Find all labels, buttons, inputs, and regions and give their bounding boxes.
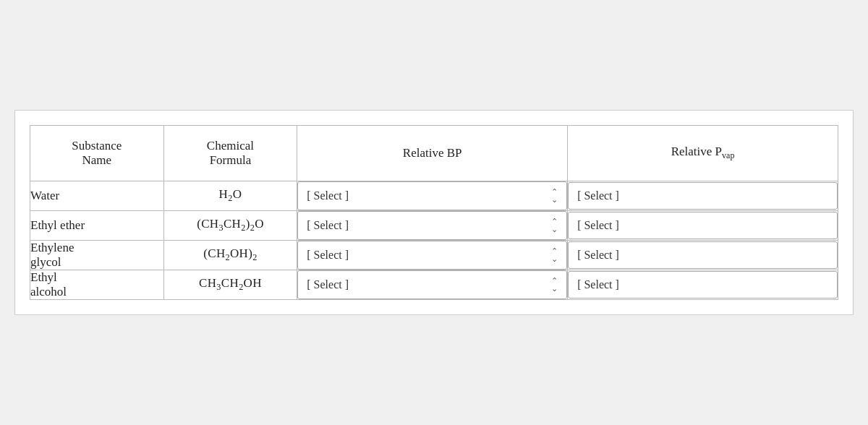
select-bp-ethyl-alcohol[interactable]: [ Select ] ⌃ ⌄ xyxy=(297,270,567,299)
table-row: Ethyl ether (CH3CH2)2O [ Select ] ⌃ ⌄ xyxy=(30,211,838,241)
select-pvap-ethyl-alcohol[interactable]: [ Select ] xyxy=(568,271,838,299)
substance-water: Water xyxy=(30,181,164,211)
select-arrow-icon: ⌃ ⌄ xyxy=(551,218,558,233)
cell-bp-ethylene-glycol: [ Select ] ⌃ ⌄ xyxy=(297,241,568,270)
header-substance: SubstanceName xyxy=(30,126,164,181)
substance-ethyl-ether: Ethyl ether xyxy=(30,211,164,241)
select-bp-ethyl-ether[interactable]: [ Select ] ⌃ ⌄ xyxy=(297,211,567,240)
substance-ethylene-glycol: Ethyleneglycol xyxy=(30,241,164,270)
header-bp: Relative BP xyxy=(297,126,568,181)
select-arrow-icon: ⌃ ⌄ xyxy=(551,247,558,263)
cell-pvap-water: [ Select ] xyxy=(568,181,838,211)
select-pvap-water[interactable]: [ Select ] xyxy=(568,182,838,210)
table-row: Ethyleneglycol (CH2OH)2 [ Select ] ⌃ ⌄ xyxy=(30,241,838,270)
formula-ethyl-alcohol: CH3CH2OH xyxy=(163,270,297,300)
select-arrow-icon: ⌃ ⌄ xyxy=(551,277,558,293)
page-wrapper: SubstanceName ChemicalFormula Relative B… xyxy=(14,110,854,315)
select-arrow-icon: ⌃ ⌄ xyxy=(551,188,558,204)
table-row: Water H2O [ Select ] ⌃ ⌄ xyxy=(30,181,838,211)
table-row: Ethylalcohol CH3CH2OH [ Select ] ⌃ ⌄ xyxy=(30,270,838,300)
cell-pvap-ethyl-ether: [ Select ] xyxy=(568,211,838,241)
select-bp-ethylene-glycol[interactable]: [ Select ] ⌃ ⌄ xyxy=(297,241,567,270)
formula-ethyl-ether: (CH3CH2)2O xyxy=(163,211,297,241)
formula-ethylene-glycol: (CH2OH)2 xyxy=(163,241,297,270)
pvap-subscript: vap xyxy=(722,151,734,161)
header-formula: ChemicalFormula xyxy=(163,126,297,181)
header-pvap: Relative Pvap xyxy=(568,126,838,181)
formula-water: H2O xyxy=(163,181,297,211)
cell-bp-water: [ Select ] ⌃ ⌄ xyxy=(297,181,568,211)
cell-bp-ethyl-ether: [ Select ] ⌃ ⌄ xyxy=(297,211,568,241)
cell-pvap-ethylene-glycol: [ Select ] xyxy=(568,241,838,270)
chemistry-table: SubstanceName ChemicalFormula Relative B… xyxy=(30,125,838,300)
select-bp-water[interactable]: [ Select ] ⌃ ⌄ xyxy=(297,181,567,210)
select-pvap-ethylene-glycol[interactable]: [ Select ] xyxy=(568,241,838,269)
cell-pvap-ethyl-alcohol: [ Select ] xyxy=(568,270,838,300)
select-pvap-ethyl-ether[interactable]: [ Select ] xyxy=(568,212,838,239)
substance-ethyl-alcohol: Ethylalcohol xyxy=(30,270,164,300)
cell-bp-ethyl-alcohol: [ Select ] ⌃ ⌄ xyxy=(297,270,568,300)
